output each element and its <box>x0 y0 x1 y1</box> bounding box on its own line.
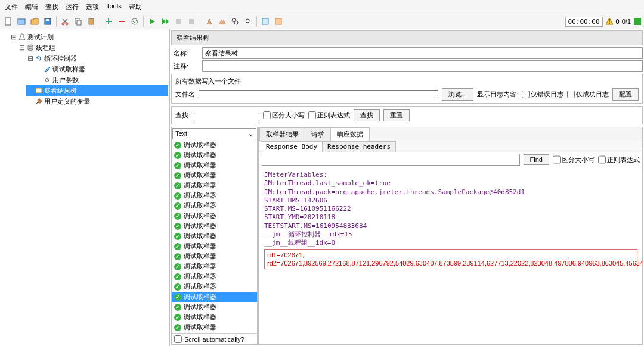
tree-user-vars[interactable]: 用户定义的变量 <box>26 96 168 107</box>
gear-icon <box>43 76 51 84</box>
svg-rect-11 <box>176 19 181 24</box>
run-no-timer-icon[interactable] <box>159 15 171 27</box>
sample-row[interactable]: ✓调试取样器 <box>172 272 257 282</box>
wrench-icon <box>35 97 43 105</box>
response-regex-checkbox[interactable]: 正则表达式 <box>598 154 640 166</box>
response-case-checkbox[interactable]: 区分大小写 <box>553 154 595 166</box>
reset-search-icon[interactable] <box>242 15 254 27</box>
sample-row[interactable]: ✓调试取样器 <box>172 312 257 322</box>
subtab-body[interactable]: Response Body <box>261 141 323 152</box>
browse-button[interactable]: 浏览... <box>442 88 473 101</box>
file-output-title: 所有数据写入一个文件 <box>173 76 641 87</box>
sample-row[interactable]: ✓调试取样器 <box>172 231 257 241</box>
response-find-button[interactable]: Find <box>524 154 549 165</box>
menu-options[interactable]: 选项 <box>83 1 101 13</box>
comment-label: 注释: <box>171 62 202 71</box>
menu-file[interactable]: 文件 <box>2 1 20 13</box>
success-icon: ✓ <box>174 152 181 159</box>
menu-run[interactable]: 运行 <box>63 1 81 13</box>
clear-all-icon[interactable] <box>216 15 228 27</box>
name-input[interactable] <box>202 47 643 59</box>
menu-edit[interactable]: 编辑 <box>23 1 41 13</box>
name-label: 名称: <box>171 49 202 58</box>
sample-row[interactable]: ✓调试取样器 <box>172 261 257 272</box>
scroll-auto-checkbox[interactable]: Scroll automatically? <box>172 333 257 344</box>
sample-row[interactable]: ✓调试取样器 <box>172 221 257 231</box>
warning-icon[interactable]: ! <box>605 17 614 26</box>
sample-row[interactable]: ✓调试取样器 <box>172 191 257 201</box>
svg-rect-18 <box>275 18 281 24</box>
tab-sampler-result[interactable]: 取样器结果 <box>259 127 305 141</box>
response-find-input[interactable] <box>262 154 520 166</box>
success-icon: ✓ <box>174 192 181 200</box>
regex-checkbox[interactable]: 正则表达式 <box>308 111 350 120</box>
toolbar: 00:00:00 ! 0 0/1 <box>0 14 644 29</box>
open-icon[interactable] <box>29 15 41 27</box>
new-icon[interactable] <box>2 15 14 27</box>
paste-icon[interactable] <box>85 15 97 27</box>
sample-row[interactable]: ✓调试取样器 <box>172 322 257 332</box>
reset-button[interactable]: 重置 <box>383 109 410 121</box>
sample-row[interactable]: ✓调试取样器 <box>172 150 257 160</box>
success-icon: ✓ <box>174 273 181 280</box>
tree-debug-sampler[interactable]: 调试取样器 <box>35 64 168 74</box>
sample-row[interactable]: ✓调试取样器 <box>172 140 257 150</box>
stop-icon[interactable] <box>172 15 184 27</box>
filename-input[interactable] <box>199 90 438 99</box>
search-icon[interactable] <box>229 15 241 27</box>
help-icon[interactable] <box>273 15 284 27</box>
response-body[interactable]: JMeterVariables: JMeterThread.last_sampl… <box>259 167 642 344</box>
success-icon: ✓ <box>174 162 181 169</box>
collapse-icon[interactable] <box>116 15 128 27</box>
subtab-headers[interactable]: Response headers <box>322 141 396 152</box>
search-input[interactable] <box>194 111 259 120</box>
sample-row[interactable]: ✓调试取样器 <box>172 211 257 221</box>
tree-loop-controller[interactable]: ⊟循环控制器 <box>26 53 168 64</box>
function-icon[interactable] <box>259 15 271 27</box>
sample-row[interactable]: ✓调试取样器 <box>172 170 257 180</box>
menu-search[interactable]: 查找 <box>43 1 61 13</box>
menu-help[interactable]: 帮助 <box>126 1 144 13</box>
expand-icon[interactable] <box>103 15 114 27</box>
tree-test-plan[interactable]: ⊟测试计划 <box>10 32 168 42</box>
sample-list[interactable]: ✓调试取样器✓调试取样器✓调试取样器✓调试取样器✓调试取样器✓调试取样器✓调试取… <box>172 140 257 333</box>
templates-icon[interactable] <box>16 15 27 27</box>
filename-label: 文件名 <box>175 90 195 99</box>
errors-only-checkbox[interactable]: 仅错误日志 <box>522 90 564 99</box>
sample-row[interactable]: ✓调试取样器 <box>172 241 257 251</box>
success-icon: ✓ <box>174 294 181 301</box>
tree-thread-group[interactable]: ⊟线程组 <box>18 42 168 53</box>
run-icon[interactable] <box>146 15 158 27</box>
shutdown-icon[interactable] <box>185 15 197 27</box>
results-icon <box>35 86 43 95</box>
configure-button[interactable]: 配置 <box>612 88 639 101</box>
find-button[interactable]: 查找 <box>354 109 380 121</box>
sample-row[interactable]: ✓调试取样器 <box>172 160 257 170</box>
tab-response[interactable]: 响应数据 <box>330 127 370 141</box>
sample-row[interactable]: ✓调试取样器 <box>172 180 257 191</box>
tab-request[interactable]: 请求 <box>305 127 331 141</box>
loop-icon <box>35 54 43 63</box>
sample-row[interactable]: ✓调试取样器 <box>172 292 257 302</box>
sample-row[interactable]: ✓调试取样器 <box>172 251 257 261</box>
sample-row[interactable]: ✓调试取样器 <box>172 201 257 211</box>
tree-user-params[interactable]: 用户参数 <box>35 74 168 85</box>
elapsed-time: 00:00:00 <box>565 17 603 27</box>
toggle-icon[interactable] <box>129 15 141 27</box>
copy-icon[interactable] <box>72 15 84 27</box>
render-dropdown[interactable]: Text⌄ <box>172 128 256 139</box>
case-checkbox[interactable]: 区分大小写 <box>263 111 305 120</box>
tree-view-results[interactable]: 察看结果树 <box>26 85 168 96</box>
comment-input[interactable] <box>202 60 643 72</box>
sample-row[interactable]: ✓调试取样器 <box>172 302 257 312</box>
save-icon[interactable] <box>42 15 54 27</box>
success-icon: ✓ <box>174 324 181 331</box>
cut-icon[interactable] <box>59 15 71 27</box>
test-plan-tree[interactable]: ⊟测试计划 ⊟线程组 ⊟循环控制器 调试取样器 用户参数 <box>0 29 170 346</box>
success-only-checkbox[interactable]: 仅成功日志 <box>567 90 609 99</box>
sample-row[interactable]: ✓调试取样器 <box>172 282 257 292</box>
menu-tools[interactable]: Tools <box>104 1 124 13</box>
clear-icon[interactable] <box>203 15 215 27</box>
svg-point-10 <box>132 18 138 24</box>
success-icon: ✓ <box>174 304 181 311</box>
